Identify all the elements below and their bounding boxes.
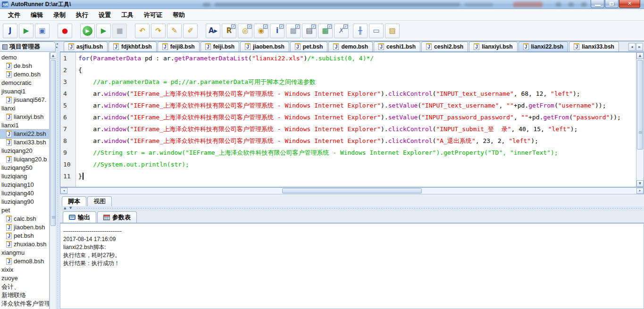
tree-item-pet-bsh[interactable]: Jpet.bsh — [0, 232, 49, 240]
scrollbar-thumb[interactable] — [50, 60, 56, 226]
scroll-down-icon[interactable]: ▼ — [636, 180, 644, 187]
output-tab-parameters[interactable]: 参数表 — [97, 211, 137, 223]
parameter-form-button[interactable]: ▨ — [385, 24, 400, 38]
scrollbar-thumb[interactable] — [637, 60, 643, 150]
scroll-up-icon[interactable]: ▲ — [636, 52, 644, 59]
tree-item-lianxiyi-bsh[interactable]: Jlianxiyi.bsh — [0, 113, 49, 121]
window-title: AutoRunner D:\ar工具\ — [11, 1, 71, 8]
new-script-button[interactable]: J — [3, 24, 17, 38]
checkpoint-info-button[interactable]: i✓ — [270, 24, 284, 38]
tab-pet-bsh[interactable]: Jpet.bsh — [290, 42, 328, 51]
save-script-button[interactable]: ▣ — [35, 24, 50, 38]
open-script-button[interactable]: ▶ — [19, 24, 33, 38]
editor-mode-tab-script[interactable]: 脚本 — [62, 196, 86, 206]
checkpoint-area-button[interactable]: ▩✓ — [286, 24, 301, 38]
tree-item-xiangmu[interactable]: xiangmu — [0, 249, 49, 257]
object-spy-button[interactable]: ✐ — [183, 24, 198, 38]
tab-scroll-right-button[interactable]: ▸ — [636, 43, 643, 51]
expand-down-icon[interactable]: ▼ — [69, 207, 72, 210]
tab-jiaoben-bsh[interactable]: Jjiaoben.bsh — [240, 42, 289, 51]
tree-item--[interactable]: 会计、 — [0, 283, 49, 291]
tree-item-liuziqang20[interactable]: liuziqang20 — [0, 147, 49, 155]
tree-item-jisuanqi567-[interactable]: Jjisuanqi567. — [0, 96, 49, 104]
tree-item-lianxi33-bsh[interactable]: Jlianxi33.bsh — [0, 138, 49, 147]
tree-item-lianxi22-bsh[interactable]: Jlianxi22.bsh — [0, 130, 49, 138]
tree-item-liuziqiang40[interactable]: liuziqiang40 — [0, 189, 49, 198]
tab-lianxi33-bsh[interactable]: Jlianxi33.bsh — [569, 42, 619, 51]
tab-fdjkhbf-bsh[interactable]: Jfdjkhbf.bsh — [109, 42, 157, 51]
tree-item-demo[interactable]: demo — [0, 53, 49, 62]
menu-item[interactable]: 许可证 — [139, 9, 167, 21]
run-button[interactable]: ▶ — [80, 24, 95, 38]
tab-asjfiu-bsh[interactable]: Jasjfiu.bsh — [64, 42, 108, 51]
editor-vertical-scrollbar[interactable]: ▲ ▼ — [636, 52, 644, 187]
tree-item-liuziqiang10[interactable]: liuziqiang10 — [0, 181, 49, 189]
close-button[interactable]: ✕ — [619, 0, 640, 8]
tab-demo-bsh[interactable]: Jdemo.bsh — [328, 42, 373, 51]
tree-item-liuziqiang[interactable]: liuziqiang — [0, 172, 49, 181]
tree-item-liuiqang20-b[interactable]: Jliuiqang20.b — [0, 155, 49, 164]
output-tab-output[interactable]: 输出 — [63, 211, 96, 223]
checkpoint-property-button[interactable]: ◉✓ — [254, 24, 268, 38]
tab-scroll-left-button[interactable]: ◂ — [628, 43, 636, 51]
record-button[interactable]: ● — [58, 24, 72, 38]
checkpoint-search-button[interactable]: ◎✓ — [238, 24, 252, 38]
output-log[interactable]: -------------------------------2017-08-1… — [60, 223, 644, 309]
checkpoint-text-button[interactable]: ▤✓ — [302, 24, 317, 38]
editor-horizontal-scrollbar[interactable]: ◂ ▸ — [60, 187, 644, 194]
restore-button[interactable] — [605, 0, 619, 8]
tree-item-pet[interactable]: pet — [0, 206, 49, 215]
redo-button[interactable]: ↷ — [151, 24, 166, 38]
menu-item[interactable]: 文件 — [3, 9, 25, 21]
tree-item-xixix[interactable]: xixix — [0, 266, 49, 274]
tree-item-jisuanqi1[interactable]: jisuanqi1 — [0, 87, 49, 96]
tree-item-demo8-bsh[interactable]: Jdemo8.bsh — [0, 257, 49, 266]
code-editor-box[interactable]: 1234567891011 for(ParameterData pd : ar.… — [60, 52, 644, 187]
menu-item[interactable]: 设置 — [93, 9, 116, 21]
tab-ceshi2-bsh[interactable]: Jceshi2.bsh — [421, 42, 468, 51]
menu-item[interactable]: 帮助 — [167, 9, 190, 21]
step-run-button[interactable]: ▶ — [96, 24, 111, 38]
tab-lianxiyi-bsh[interactable]: Jlianxiyi.bsh — [469, 42, 517, 51]
menu-item[interactable]: 录制 — [48, 9, 71, 21]
code-lines[interactable]: for(ParameterData pd : ar.getParameterDa… — [76, 52, 636, 187]
sidebar-splitter[interactable]: ◂ ▸ — [56, 42, 60, 309]
tree-item-liuziqiang90[interactable]: liuziqiang90 — [0, 198, 49, 206]
tree-item-zuoye[interactable]: zuoye — [0, 274, 49, 283]
tree-item-democratic[interactable]: democratic — [0, 79, 49, 87]
menu-item[interactable]: 执行 — [71, 9, 93, 21]
output-message-button[interactable]: ▭ — [369, 24, 384, 38]
tab-ceshi1-bsh[interactable]: Jceshi1.bsh — [374, 42, 420, 51]
tree-item--[interactable]: 泽众软件客户管理 — [0, 300, 49, 308]
tree-item-liuziqang50[interactable]: liuziqang50 — [0, 164, 49, 172]
tab-feiji8-bsh[interactable]: Jfeiji8.bsh — [158, 42, 200, 51]
tree-item-jiaoben-bsh[interactable]: Jjiaoben.bsh — [0, 223, 49, 232]
minimize-button[interactable] — [591, 0, 604, 8]
object-pick-button[interactable]: ✎ — [167, 24, 182, 38]
tree-item-lianxi[interactable]: lianxi — [0, 104, 49, 113]
tab-feiji-bsh[interactable]: Jfeiji.bsh — [201, 42, 239, 51]
menu-item[interactable]: 工具 — [116, 9, 139, 21]
checkpoint-table-button[interactable]: ▦✓ — [318, 24, 333, 38]
scroll-left-icon[interactable]: ◂ — [60, 188, 67, 194]
tree-item-demo-bsh[interactable]: Jdemo.bsh — [0, 70, 49, 79]
menu-item[interactable]: 编辑 — [25, 9, 48, 21]
project-tree-scrollbar[interactable]: ▲ — [50, 52, 56, 309]
sync-point-button[interactable]: ╫ — [353, 24, 368, 38]
checkpoint-remove-button[interactable]: ✗✓ — [334, 24, 349, 38]
data-get-button[interactable]: R✓ — [222, 24, 236, 38]
tree-item-de-bsh[interactable]: Jde.bsh — [0, 62, 49, 70]
tree-item--[interactable]: 新增联络 — [0, 291, 49, 300]
editor-mode-tab-view[interactable]: 视图 — [87, 196, 112, 206]
tree-item-calc-bsh[interactable]: Jcalc.bsh — [0, 215, 49, 223]
project-manager-tab[interactable]: 项目管理器 — [0, 42, 56, 52]
collapse-up-icon[interactable]: ▲ — [64, 207, 66, 210]
tree-item-zhuxiao-bsh[interactable]: Jzhuxiao.bsh — [0, 240, 49, 249]
scroll-right-icon[interactable]: ▸ — [636, 188, 644, 194]
text-check-button[interactable]: A▸ — [206, 24, 220, 38]
tab-lianxi22-bsh[interactable]: Jlianxi22.bsh — [519, 42, 569, 51]
output-splitter[interactable]: ▲ ▼ — [60, 206, 644, 211]
undo-button[interactable]: ↶ — [135, 24, 150, 38]
scrollbar-thumb[interactable] — [282, 188, 422, 193]
tree-item-lianxi1[interactable]: lianxi1 — [0, 121, 49, 130]
